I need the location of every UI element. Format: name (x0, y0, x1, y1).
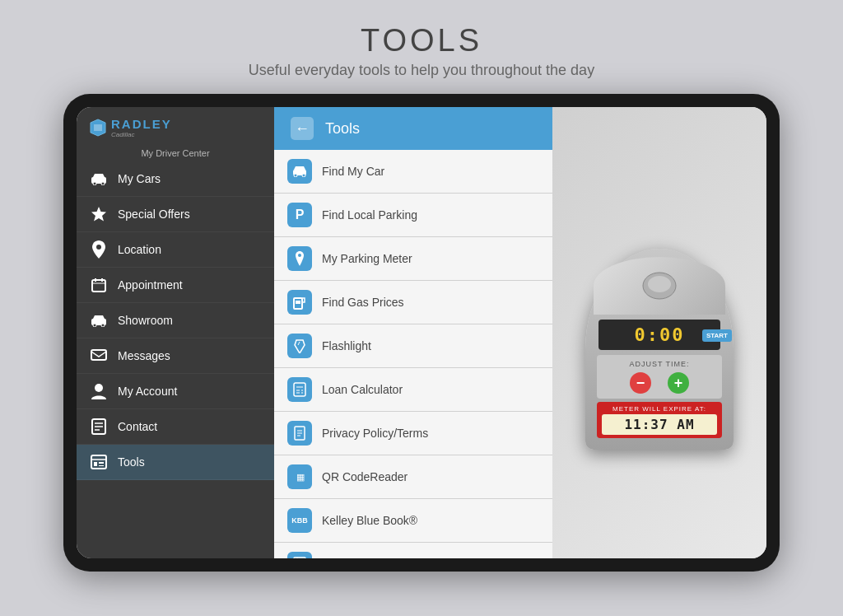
svg-point-4 (101, 182, 105, 185)
messages-icon (90, 347, 108, 365)
tools-header: ← Tools (274, 107, 552, 150)
find-local-parking-label: Find Local Parking (322, 208, 417, 222)
sidebar-item-messages[interactable]: Messages (77, 338, 274, 374)
special-offers-label: Special Offers (118, 208, 190, 221)
qr-code-reader-label: QR CodeReader (322, 470, 408, 483)
showroom-icon (90, 311, 108, 329)
sidebar-item-my-cars[interactable]: My Cars (77, 161, 274, 197)
meter-expire-section: METER WILL EXPIRE AT: 11:37 AM (597, 402, 722, 438)
messages-label: Messages (118, 349, 170, 362)
sidebar-driver-label: My Driver Center (77, 142, 274, 161)
tool-item-qr-code-reader[interactable]: ▦ QR CodeReader (274, 455, 552, 499)
my-account-icon (90, 382, 108, 400)
svg-rect-22 (94, 462, 97, 466)
back-arrow-icon: ← (295, 120, 310, 138)
tools-panel: ← Tools Find My Car (274, 107, 552, 558)
svg-point-48 (648, 276, 671, 292)
page-subtitle: Useful everyday tools to help you throug… (249, 62, 594, 79)
svg-point-28 (298, 254, 301, 257)
find-gas-prices-label: Find Gas Prices (322, 296, 404, 309)
meter-minus-button[interactable]: − (630, 372, 651, 394)
svg-point-15 (95, 384, 103, 392)
meter-adjust-label: ADJUST TIME: (602, 360, 717, 368)
svg-rect-42 (294, 558, 305, 558)
meter-control-buttons: − + (602, 372, 717, 394)
find-my-car-icon (287, 159, 312, 184)
svg-point-13 (101, 324, 105, 327)
meter-dome (594, 257, 725, 315)
svg-point-12 (93, 324, 96, 327)
tools-icon (90, 453, 108, 471)
sidebar-item-location[interactable]: Location (77, 232, 274, 268)
flashlight-icon (287, 334, 312, 358)
logo-cadillac: Cadillac (111, 131, 172, 138)
tool-item-kelley-blue-book[interactable]: KBB Kelley Blue Book® (274, 499, 552, 543)
svg-rect-24 (99, 465, 104, 466)
tools-label: Tools (118, 455, 145, 469)
meter-plus-button[interactable]: + (668, 372, 689, 394)
appointment-label: Appointment (118, 278, 183, 292)
sidebar-item-special-offers[interactable]: Special Offers (77, 197, 274, 232)
tablet-frame: RADLEY Cadillac My Driver Center My Cars (63, 94, 780, 572)
loan-calculator-icon (287, 377, 312, 402)
tutorial-icon (287, 552, 312, 558)
tutorial-label: Tutorial (322, 558, 360, 558)
sidebar-logo-area: RADLEY Cadillac (77, 107, 274, 142)
svg-line-31 (298, 342, 300, 345)
sidebar: RADLEY Cadillac My Driver Center My Cars (77, 107, 274, 558)
tool-item-find-my-car[interactable]: Find My Car (274, 150, 552, 194)
tool-item-privacy-policy[interactable]: Privacy Policy/Terms (274, 412, 552, 455)
svg-point-6 (96, 245, 101, 250)
my-account-label: My Account (118, 385, 177, 398)
meter-expire-label: METER WILL EXPIRE AT: (602, 405, 717, 413)
parking-meter: 0:00 START ADJUST TIME: − + METER WILL E… (585, 249, 734, 450)
svg-point-3 (93, 182, 96, 185)
appointment-icon (90, 276, 108, 294)
svg-point-27 (302, 174, 305, 177)
tool-item-tutorial[interactable]: Tutorial (274, 543, 552, 558)
svg-point-26 (294, 174, 297, 177)
location-icon (90, 240, 108, 259)
tools-list: Find My Car P Find Local Parking My (274, 150, 552, 558)
svg-rect-7 (92, 280, 105, 292)
tool-item-find-local-parking[interactable]: P Find Local Parking (274, 194, 552, 237)
logo-radley: RADLEY (111, 117, 172, 131)
kelley-blue-book-icon: KBB (287, 508, 312, 533)
page-title: TOOLS (249, 23, 594, 58)
find-gas-prices-icon (287, 290, 312, 315)
meter-start-button[interactable]: START (702, 329, 732, 342)
sidebar-item-appointment[interactable]: Appointment (77, 268, 274, 303)
svg-rect-23 (99, 462, 104, 464)
meter-time-display: 0:00 (607, 324, 712, 345)
sidebar-item-my-account[interactable]: My Account (77, 374, 274, 409)
special-offers-icon (90, 205, 108, 223)
tools-header-label: Tools (325, 120, 360, 138)
cadillac-shield-icon (90, 119, 106, 137)
svg-rect-1 (94, 124, 102, 131)
contact-icon (90, 418, 108, 436)
my-parking-meter-label: My Parking Meter (322, 252, 412, 265)
meter-adjust-section: ADJUST TIME: − + (597, 355, 722, 399)
meter-top-icon (639, 269, 680, 302)
tablet-screen: RADLEY Cadillac My Driver Center My Cars (77, 107, 766, 558)
sidebar-item-showroom[interactable]: Showroom (77, 303, 274, 338)
tool-item-flashlight[interactable]: Flashlight (274, 324, 552, 368)
contact-label: Contact (118, 420, 157, 433)
location-label: Location (118, 243, 161, 256)
find-local-parking-icon: P (287, 203, 312, 227)
privacy-policy-icon (287, 421, 312, 446)
svg-marker-5 (91, 207, 106, 222)
sidebar-item-tools[interactable]: Tools (77, 445, 274, 480)
qr-code-reader-icon: ▦ (287, 464, 312, 489)
tool-item-my-parking-meter[interactable]: My Parking Meter (274, 237, 552, 281)
tool-item-loan-calculator[interactable]: Loan Calculator (274, 368, 552, 412)
flashlight-label: Flashlight (322, 339, 371, 352)
svg-rect-30 (296, 301, 300, 304)
page-header: TOOLS Useful everyday tools to help you … (249, 0, 594, 94)
tool-item-find-gas-prices[interactable]: Find Gas Prices (274, 281, 552, 324)
back-button[interactable]: ← (291, 117, 314, 140)
sidebar-item-contact[interactable]: Contact (77, 409, 274, 445)
showroom-label: Showroom (118, 314, 173, 327)
my-cars-label: My Cars (118, 172, 161, 185)
kelley-blue-book-label: Kelley Blue Book® (322, 514, 417, 527)
